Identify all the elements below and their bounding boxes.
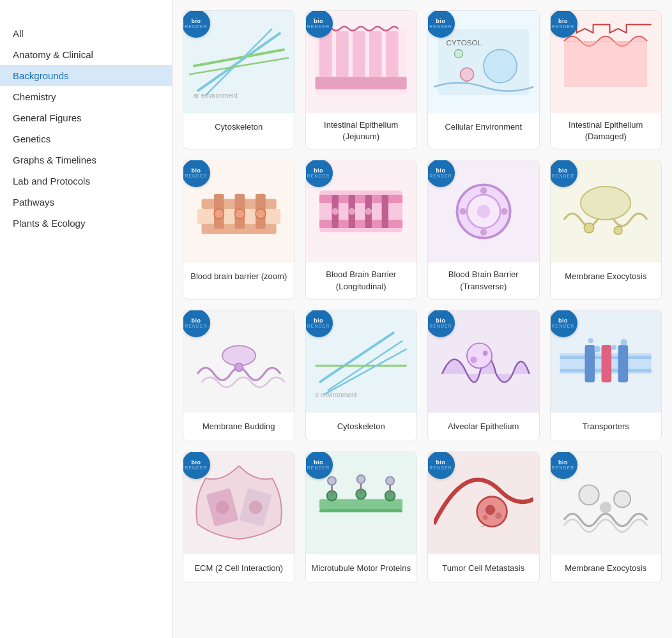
bio-badge: bio RENDER <box>306 452 334 480</box>
card-tumor[interactable]: bio RENDER → Tumor Cell Metastasis <box>427 452 540 583</box>
sidebar-item-plants[interactable]: Plants & Ecology <box>0 213 172 234</box>
card-image-ecm: bio RENDER <box>183 452 294 554</box>
bio-badge: bio RENDER <box>428 452 456 480</box>
card-membrane-exo2[interactable]: bio RENDER Membrane Exocytosis <box>550 452 662 583</box>
bio-badge: bio RENDER <box>183 310 211 338</box>
svg-point-39 <box>365 208 372 215</box>
svg-point-51 <box>614 227 622 235</box>
svg-point-54 <box>234 363 243 371</box>
card-image-membrane-bud: bio RENDER <box>183 310 294 413</box>
sidebar-item-chemistry[interactable]: Chemistry <box>0 86 172 107</box>
sidebar-title <box>0 13 172 23</box>
bio-badge: bio RENDER <box>428 160 456 188</box>
card-membrane-bud[interactable]: bio RENDER Membrane Budding <box>183 310 295 441</box>
card-intestinal-dmg[interactable]: bio RENDER Intestinal Epithelium (Damage… <box>550 10 662 149</box>
card-image-cellular-env: bio RENDER CYTOSOL <box>428 11 539 113</box>
svg-point-74 <box>588 338 593 343</box>
card-label-transporters: Transporters <box>551 413 662 441</box>
sidebar-item-general[interactable]: General Figures <box>0 107 172 128</box>
card-cellular-env[interactable]: bio RENDER CYTOSOL Cellular Environment <box>427 10 540 149</box>
bio-badge: bio RENDER <box>306 11 334 39</box>
sidebar: AllAnatomy & ClinicalBackgroundsChemistr… <box>0 0 172 638</box>
bio-badge: bio RENDER <box>183 160 211 188</box>
svg-point-79 <box>215 501 229 514</box>
svg-point-27 <box>234 209 245 219</box>
svg-text:ar environment: ar environment <box>193 92 237 99</box>
svg-point-46 <box>459 208 466 215</box>
svg-point-97 <box>482 515 487 520</box>
svg-point-62 <box>467 343 492 368</box>
svg-point-45 <box>480 229 487 236</box>
card-image-bbb-trans: bio RENDER <box>428 160 539 262</box>
card-bbb-trans[interactable]: bio RENDER Blood Brain Barrier (Transver… <box>427 160 540 299</box>
bio-badge: bio RENDER <box>551 310 579 338</box>
svg-point-16 <box>454 49 462 57</box>
card-alveolar[interactable]: bio RENDER Alveolar Epithelium <box>427 310 540 441</box>
sidebar-item-genetics[interactable]: Genetics <box>0 128 172 149</box>
card-membrane-exo1[interactable]: bio RENDER Membrane Exocytosis <box>550 160 662 299</box>
card-image-tumor: bio RENDER → <box>428 452 539 554</box>
card-label-tumor: Tumor Cell Metastasis <box>428 554 539 582</box>
svg-rect-7 <box>336 31 349 77</box>
sidebar-item-lab[interactable]: Lab and Protocols <box>0 171 172 192</box>
svg-point-53 <box>222 346 256 365</box>
card-label-intestinal-ep: Intestinal Epithelium (Jejunum) <box>306 113 417 149</box>
sidebar-item-pathways[interactable]: Pathways <box>0 192 172 213</box>
svg-point-101 <box>614 490 630 507</box>
card-image-intestinal-dmg: bio RENDER <box>551 11 662 113</box>
svg-rect-8 <box>353 31 365 77</box>
svg-rect-70 <box>602 345 612 383</box>
svg-point-102 <box>600 501 611 513</box>
bio-badge: bio RENDER <box>306 160 334 188</box>
card-image-bbb-zoom: bio RENDER <box>183 160 294 262</box>
card-image-bbb-long: bio RENDER <box>306 160 417 262</box>
sidebar-item-graphs[interactable]: Graphs & Timelines <box>0 149 172 171</box>
card-image-membrane-exo1: bio RENDER <box>551 160 662 262</box>
svg-line-1 <box>193 49 284 66</box>
card-transporters[interactable]: bio RENDER Transporters <box>550 310 662 441</box>
card-bbb-long[interactable]: bio RENDER Blood Brain Barrier (Longitud… <box>305 160 418 299</box>
sidebar-item-anatomy[interactable]: Anatomy & Clinical <box>0 44 172 65</box>
svg-rect-9 <box>369 31 382 77</box>
card-image-cytoskeleton2: bio RENDER s environment <box>306 310 417 413</box>
card-cytoskeleton1[interactable]: bio RENDER ar environment Cytoskeleton <box>183 10 295 149</box>
card-label-alveolar: Alveolar Epithelium <box>428 413 539 441</box>
svg-point-49 <box>581 186 630 220</box>
sidebar-item-all[interactable]: All <box>0 23 172 44</box>
svg-line-3 <box>189 57 289 74</box>
card-image-transporters: bio RENDER <box>551 310 662 413</box>
bio-badge: bio RENDER <box>551 11 579 39</box>
svg-point-26 <box>214 209 224 219</box>
card-bbb-zoom[interactable]: bio RENDER Blood brain barrier (zoom) <box>183 160 295 299</box>
svg-rect-36 <box>382 195 388 228</box>
svg-point-37 <box>332 208 339 215</box>
card-image-alveolar: bio RENDER <box>428 310 539 413</box>
sidebar-item-backgrounds[interactable]: Backgrounds <box>0 65 172 86</box>
card-label-membrane-exo1: Membrane Exocytosis <box>551 262 662 291</box>
card-cytoskeleton2[interactable]: bio RENDER s environment Cytoskeleton <box>305 310 418 441</box>
svg-point-95 <box>485 505 495 515</box>
card-microtubule[interactable]: bio RENDER Microtubule Motor Proteins <box>305 452 418 583</box>
svg-rect-10 <box>386 31 399 77</box>
card-intestinal-ep[interactable]: bio RENDER Intestinal Epithelium (Jejunu… <box>305 10 418 149</box>
card-label-cytoskeleton1: Cytoskeleton <box>183 113 294 141</box>
card-image-intestinal-ep: bio RENDER <box>306 11 417 113</box>
svg-point-96 <box>495 512 501 519</box>
card-label-bbb-long: Blood Brain Barrier (Longitudinal) <box>306 262 417 298</box>
svg-point-80 <box>248 501 262 514</box>
bio-badge: bio RENDER <box>551 160 579 188</box>
svg-point-73 <box>611 345 616 350</box>
svg-rect-71 <box>618 345 629 383</box>
svg-point-14 <box>484 49 517 82</box>
card-label-cellular-env: Cellular Environment <box>428 113 539 141</box>
svg-text:CYTOSOL: CYTOSOL <box>446 38 482 47</box>
svg-text:→: → <box>479 523 485 529</box>
card-label-membrane-bud: Membrane Budding <box>183 413 294 441</box>
card-image-microtubule: bio RENDER <box>306 452 417 554</box>
svg-rect-83 <box>319 509 402 512</box>
svg-point-92 <box>386 476 394 485</box>
svg-rect-69 <box>585 345 595 383</box>
card-label-cytoskeleton2: Cytoskeleton <box>306 413 417 441</box>
svg-point-15 <box>460 68 473 81</box>
card-ecm[interactable]: bio RENDER ECM (2 Cell Interaction) <box>183 452 295 583</box>
